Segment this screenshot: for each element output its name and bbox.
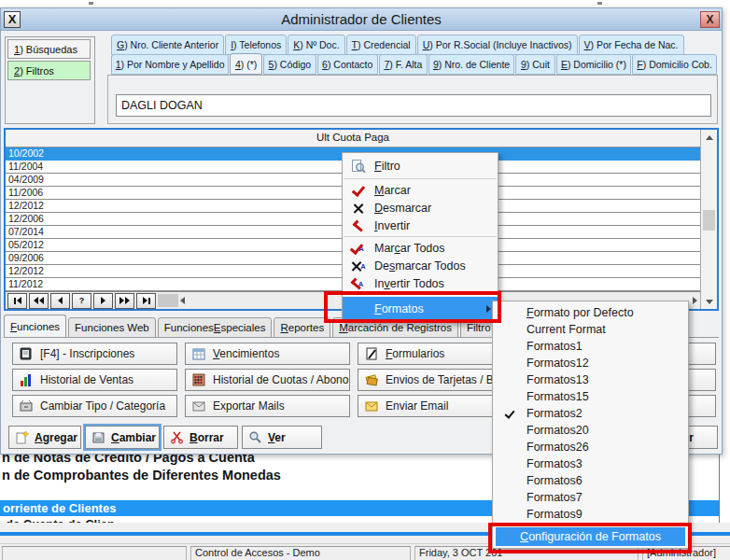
menu-item-marcar[interactable]: Marcar bbox=[343, 181, 498, 199]
button-label: Exportar Mails bbox=[213, 399, 285, 413]
context-menu: Filtro Marcar Desmarcar Invertir A Marca… bbox=[342, 152, 498, 323]
submenu-item-label: Formatos13 bbox=[526, 373, 589, 386]
menu-item-desmarcar[interactable]: Desmarcar bbox=[343, 199, 498, 217]
tab-4-active[interactable]: 4) (*) bbox=[230, 53, 262, 75]
historial-ventas-button[interactable]: Historial de Ventas bbox=[12, 369, 177, 391]
tab-nro-cliente-anterior[interactable]: G) Nro. Cliente Anterior bbox=[111, 35, 224, 55]
nav-next-button[interactable] bbox=[93, 293, 113, 309]
close-button[interactable]: X bbox=[700, 11, 720, 28]
v-scrollbar-track[interactable] bbox=[701, 145, 717, 294]
magnifier-icon bbox=[248, 430, 262, 444]
screen: X Administrador de Clientes X 1) Búsqued… bbox=[0, 0, 730, 560]
drawer-icon bbox=[19, 399, 34, 413]
status-cell-empty bbox=[2, 546, 187, 560]
tab-nro-de-cliente[interactable]: 9) Nro. de Cliente bbox=[428, 54, 515, 75]
tab-domicilio[interactable]: E) Domicilio (*) bbox=[556, 54, 632, 75]
menu-separator bbox=[344, 236, 497, 237]
question-icon: ? bbox=[79, 296, 85, 305]
nav-fast-forward-button[interactable] bbox=[115, 293, 134, 309]
submenu-item-formatos3[interactable]: Formatos3 bbox=[493, 455, 688, 472]
ver-button[interactable]: Ver bbox=[242, 426, 322, 449]
tab-por-rsocial[interactable]: U) Por R.Social (Incluye Inactivos) bbox=[417, 35, 578, 55]
tab-funciones-especiales[interactable]: Funciones Especiales bbox=[158, 317, 273, 338]
background-text-line2: n de Comprobantes de Diferentes Monedas bbox=[2, 468, 281, 483]
background-text-clip1: n de Notas de Crédito / Pagos a Cuenta bbox=[2, 455, 506, 467]
nav-prev-button[interactable] bbox=[50, 293, 70, 309]
vencimientos-button[interactable]: Vencimientos bbox=[185, 343, 350, 365]
background-text-line1: n de Notas de Crédito / Pagos a Cuenta bbox=[2, 455, 506, 465]
tab-contacto[interactable]: 6) Contacto bbox=[317, 54, 378, 75]
h-scroll-left-icon[interactable] bbox=[180, 297, 185, 304]
tab-domicilio-cob[interactable]: F) Domicilio Cob. bbox=[632, 54, 717, 75]
nav-first-button[interactable] bbox=[7, 293, 27, 309]
historial-cuotas-button[interactable]: Historial de Cuotas / Abonos bbox=[185, 369, 350, 391]
tab-funciones[interactable]: Funciones bbox=[4, 315, 66, 338]
search-input[interactable] bbox=[116, 94, 711, 117]
submenu-item-formatos20[interactable]: Formatos20 bbox=[493, 422, 688, 439]
menu-item-desmarcar-todos[interactable]: A Desmarcar Todos bbox=[343, 257, 498, 274]
bar-chart-icon bbox=[19, 372, 34, 387]
cambiar-tipo-categoria-button[interactable]: Cambiar Tipo / Categoría bbox=[12, 395, 177, 417]
red-check-icon bbox=[343, 184, 374, 196]
submenu-item-formatos9[interactable]: Formatos9 bbox=[493, 506, 688, 523]
filter-tabs-row1: G) Nro. Cliente Anterior I) Telefonos K)… bbox=[111, 36, 718, 55]
cambiar-button[interactable]: Cambiar bbox=[85, 426, 160, 449]
tab-credencial[interactable]: T) Credencial bbox=[346, 35, 416, 55]
inscripciones-button[interactable]: [F4] - Inscripciones bbox=[12, 343, 177, 365]
nav-last-button[interactable] bbox=[136, 293, 156, 309]
nav-fast-back-button[interactable] bbox=[29, 293, 49, 309]
scroll-up-icon bbox=[706, 135, 713, 140]
titlebar[interactable]: X Administrador de Clientes X bbox=[1, 8, 722, 31]
submenu-item-current-format[interactable]: Current Format bbox=[493, 321, 688, 338]
tab-f-alta[interactable]: 7) F. Alta bbox=[379, 54, 428, 75]
tab-telefonos[interactable]: I) Telefonos bbox=[225, 35, 287, 55]
h-scroll-right-icon[interactable] bbox=[693, 297, 697, 304]
v-scrollbar-thumb[interactable] bbox=[703, 210, 715, 231]
tab-por-fecha-nac[interactable]: V) Por Fecha de Nac. bbox=[579, 35, 684, 55]
menu-item-formatos[interactable]: Formatos bbox=[343, 297, 498, 320]
button-label: Vencimientos bbox=[213, 347, 279, 360]
v-scrollbar[interactable] bbox=[700, 130, 717, 309]
submenu-item-label: Current Format bbox=[526, 323, 606, 336]
tab-nro-doc[interactable]: K) Nº Doc. bbox=[288, 35, 344, 55]
tab-filtros[interactable]: 2) Filtros bbox=[7, 61, 91, 80]
menu-item-marcar-todos[interactable]: A Marcar Todos bbox=[343, 239, 498, 257]
exportar-mails-button[interactable]: Exportar Mails bbox=[185, 395, 350, 417]
agregar-button[interactable]: Agregar bbox=[8, 426, 81, 449]
submenu-item-formatos26[interactable]: Formatos26 bbox=[493, 439, 688, 455]
submenu-item-label: Formatos12 bbox=[526, 357, 589, 370]
fast-forward-icon bbox=[119, 297, 124, 304]
menu-item-invertir-todos[interactable]: A Invertir Todos bbox=[343, 274, 498, 292]
submenu-item-formatos7[interactable]: Formatos7 bbox=[493, 489, 688, 506]
submenu-item-formatos13[interactable]: Formatos13 bbox=[493, 371, 688, 388]
borrar-button[interactable]: Borrar bbox=[163, 426, 238, 449]
formats-submenu: Formato por Defecto Current Format Forma… bbox=[492, 301, 689, 549]
tab-reportes[interactable]: Reportes bbox=[274, 317, 330, 338]
tab-funciones-web[interactable]: Funciones Web bbox=[68, 317, 156, 338]
submenu-item-formatos6[interactable]: Formatos6 bbox=[493, 472, 688, 489]
menu-item-filtro[interactable]: Filtro bbox=[343, 155, 498, 176]
menu-separator bbox=[344, 178, 497, 179]
v-scroll-up-button[interactable] bbox=[701, 130, 717, 145]
fast-back-icon bbox=[39, 297, 44, 304]
tab-busquedas[interactable]: 1) Búsquedas bbox=[7, 39, 91, 59]
submenu-item-label: Formatos3 bbox=[526, 457, 583, 470]
tab-cuit[interactable]: 9) Cuit bbox=[515, 54, 555, 75]
tab-codigo[interactable]: 5) Código bbox=[263, 54, 316, 75]
submenu-item-formatos12[interactable]: Formatos12 bbox=[493, 355, 688, 371]
tab-por-nombre-apellido[interactable]: 1) Por Nombre y Apellido bbox=[111, 54, 229, 75]
submenu-item-formatos15[interactable]: Formatos15 bbox=[493, 388, 688, 405]
v-scroll-down-button[interactable] bbox=[701, 294, 717, 309]
h-scrollbar-thumb[interactable] bbox=[158, 294, 178, 307]
fast-back-icon bbox=[34, 297, 38, 304]
submenu-item-formatos1[interactable]: Formatos1 bbox=[493, 338, 688, 355]
grid-column-header[interactable]: Ult Cuota Paga bbox=[6, 130, 700, 147]
submenu-item-formatos2-checked[interactable]: Formatos2 bbox=[493, 405, 688, 422]
button-label: Historial de Cuotas / Abonos bbox=[213, 373, 350, 386]
submenu-item-formato-por-defecto[interactable]: Formato por Defecto bbox=[493, 304, 688, 321]
form-pen-icon bbox=[364, 346, 379, 361]
nav-search-button[interactable]: ? bbox=[72, 293, 91, 309]
menu-item-invertir[interactable]: Invertir bbox=[343, 217, 498, 234]
submenu-item-configuracion-de-formatos[interactable]: Configuración de Formatos bbox=[496, 527, 685, 546]
menu-item-label: Invertir Todos bbox=[374, 277, 498, 290]
